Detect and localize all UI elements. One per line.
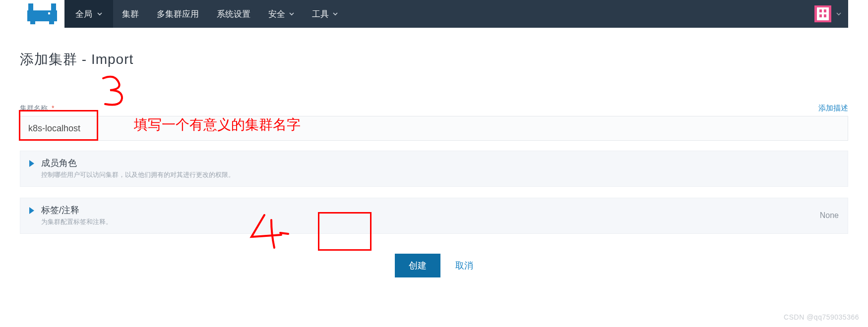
nav-item-label: 安全 (268, 8, 285, 20)
avatar-icon (814, 5, 831, 22)
main-nav: 全局 集群 多集群应用 系统设置 安全 工具 (64, 0, 848, 28)
user-menu[interactable] (807, 0, 848, 28)
expand-triangle-icon[interactable] (29, 160, 34, 167)
nav-item-settings[interactable]: 系统设置 (208, 0, 259, 28)
svg-rect-2 (51, 3, 56, 10)
svg-rect-9 (824, 9, 826, 12)
chevron-down-icon (289, 11, 294, 16)
svg-rect-0 (27, 10, 57, 21)
cluster-name-input[interactable] (20, 116, 848, 141)
rancher-logo-icon (27, 3, 57, 24)
chevron-down-icon (97, 11, 102, 16)
nav-item-multicluster-apps[interactable]: 多集群应用 (148, 0, 208, 28)
cluster-name-label: 集群名称 (20, 104, 48, 112)
svg-rect-3 (30, 21, 35, 24)
nav-item-label: 系统设置 (217, 8, 250, 20)
svg-rect-1 (28, 3, 33, 10)
page-content: 添加集群 - Import 集群名称 * 添加描述 成员角色 控制哪些用户可以访… (0, 28, 868, 277)
svg-rect-5 (48, 12, 50, 14)
panel-title: 标签/注释 (41, 204, 813, 216)
page-title: 添加集群 - Import (20, 50, 848, 69)
cluster-name-block: 集群名称 * 添加描述 (20, 104, 848, 141)
brand-logo[interactable] (20, 0, 64, 28)
nav-item-tools[interactable]: 工具 (303, 0, 347, 28)
watermark: CSDN @qq759035366 (784, 313, 859, 321)
panel-subtitle: 为集群配置标签和注释。 (41, 218, 813, 226)
nav-item-clusters[interactable]: 集群 (113, 0, 148, 28)
cancel-button[interactable]: 取消 (455, 260, 473, 272)
panel-title: 成员角色 (41, 157, 839, 169)
chevron-down-icon (836, 11, 841, 16)
action-row: 创建 取消 (20, 254, 848, 277)
nav-item-label: 多集群应用 (157, 8, 199, 20)
svg-rect-8 (819, 9, 822, 12)
add-description-link[interactable]: 添加描述 (818, 104, 848, 113)
required-star-icon: * (52, 104, 54, 112)
panel-subtitle: 控制哪些用户可以访问集群，以及他们拥有的对其进行更改的权限。 (41, 170, 839, 179)
svg-rect-11 (824, 14, 826, 17)
expand-triangle-icon[interactable] (29, 207, 34, 214)
nav-item-security[interactable]: 安全 (259, 0, 303, 28)
cluster-name-label-wrap: 集群名称 * (20, 104, 54, 113)
nav-item-label: 集群 (122, 8, 139, 20)
panel-right-value: None (820, 211, 839, 220)
panel-labels-annotations[interactable]: 标签/注释 为集群配置标签和注释。 None (20, 198, 848, 234)
create-button[interactable]: 创建 (395, 254, 440, 277)
svg-rect-7 (817, 7, 829, 20)
nav-scope-global[interactable]: 全局 (64, 0, 113, 28)
svg-rect-4 (49, 21, 54, 24)
chevron-down-icon (333, 11, 338, 16)
panel-member-roles[interactable]: 成员角色 控制哪些用户可以访问集群，以及他们拥有的对其进行更改的权限。 (20, 151, 848, 187)
svg-rect-10 (819, 14, 822, 17)
nav-scope-label: 全局 (75, 8, 92, 20)
nav-item-label: 工具 (312, 8, 329, 20)
top-bar: 全局 集群 多集群应用 系统设置 安全 工具 (0, 0, 868, 28)
